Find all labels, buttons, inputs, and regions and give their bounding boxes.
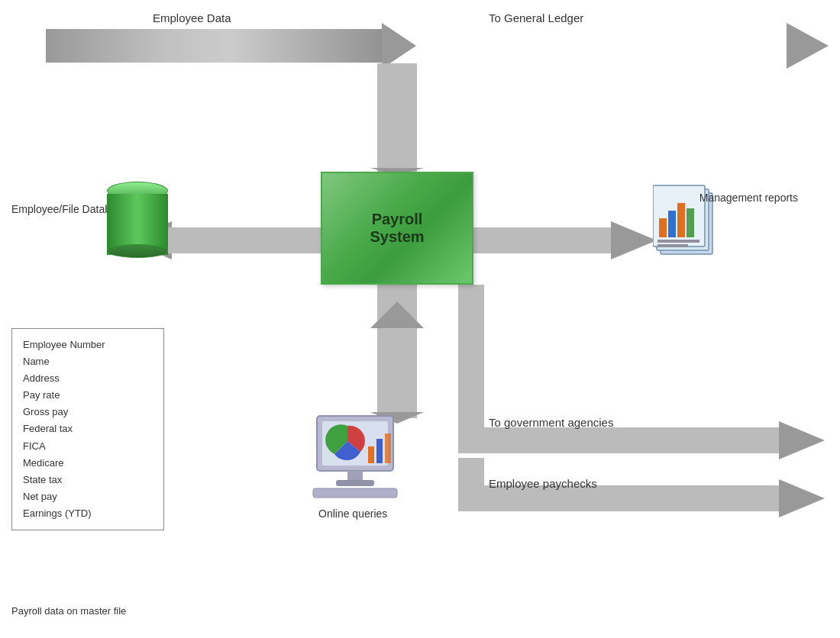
svg-rect-11 xyxy=(377,285,417,418)
svg-marker-2 xyxy=(46,29,153,63)
svg-rect-33 xyxy=(368,446,374,463)
diagram-svg xyxy=(0,0,840,638)
payroll-master-label: Payroll data on master file xyxy=(11,605,126,617)
svg-rect-25 xyxy=(668,211,676,237)
svg-marker-0 xyxy=(46,29,412,63)
svg-rect-9 xyxy=(377,63,417,174)
svg-rect-34 xyxy=(376,439,383,463)
svg-rect-35 xyxy=(385,433,391,463)
diagram-container: Employee Data To General Ledger Employee… xyxy=(0,0,840,638)
field-net-pay: Net pay xyxy=(23,488,153,505)
svg-marker-19 xyxy=(370,301,424,328)
svg-rect-36 xyxy=(347,471,363,482)
db-bottom xyxy=(107,244,168,258)
svg-marker-3 xyxy=(435,29,794,63)
field-gross-pay: Gross pay xyxy=(23,404,153,420)
field-state-tax: State tax xyxy=(23,472,153,488)
svg-marker-18 xyxy=(779,479,825,517)
field-fica: FICA xyxy=(23,438,153,455)
svg-rect-6 xyxy=(168,227,325,253)
svg-marker-15 xyxy=(779,421,825,459)
employee-data-label: Employee Data xyxy=(153,11,231,24)
svg-rect-27 xyxy=(687,208,694,237)
field-earnings: Earnings (YTD) xyxy=(23,505,153,522)
employee-paychecks-label: Employee paychecks xyxy=(489,477,597,490)
field-name: Name xyxy=(23,353,153,370)
to-government-label: To government agencies xyxy=(489,416,613,429)
svg-rect-26 xyxy=(677,203,685,237)
svg-rect-13 xyxy=(458,285,484,445)
svg-rect-24 xyxy=(659,218,667,237)
field-employee-number: Employee Number xyxy=(23,337,153,353)
data-fields-box: Employee Number Name Address Pay rate Gr… xyxy=(11,328,164,530)
field-address: Address xyxy=(23,370,153,387)
management-reports-label: Management reports xyxy=(699,191,798,206)
field-pay-rate: Pay rate xyxy=(23,387,153,404)
payroll-system-label: PayrollSystem xyxy=(370,211,424,246)
svg-marker-1 xyxy=(382,23,416,69)
svg-rect-29 xyxy=(657,244,688,247)
computer-icon xyxy=(305,412,405,504)
database-icon xyxy=(107,182,168,258)
field-federal-tax: Federal tax xyxy=(23,420,153,437)
svg-rect-20 xyxy=(377,328,417,355)
svg-marker-4 xyxy=(787,23,829,69)
svg-rect-28 xyxy=(657,240,699,243)
payroll-system-box: PayrollSystem xyxy=(321,172,473,285)
field-medicare: Medicare xyxy=(23,455,153,472)
svg-rect-14 xyxy=(458,427,787,453)
svg-rect-16 xyxy=(458,458,484,511)
svg-marker-8 xyxy=(611,221,657,259)
svg-rect-7 xyxy=(473,227,615,253)
svg-rect-38 xyxy=(313,488,397,498)
online-queries-label: Online queries xyxy=(318,508,387,520)
svg-rect-37 xyxy=(336,480,374,486)
to-general-ledger-label: To General Ledger xyxy=(489,11,583,24)
